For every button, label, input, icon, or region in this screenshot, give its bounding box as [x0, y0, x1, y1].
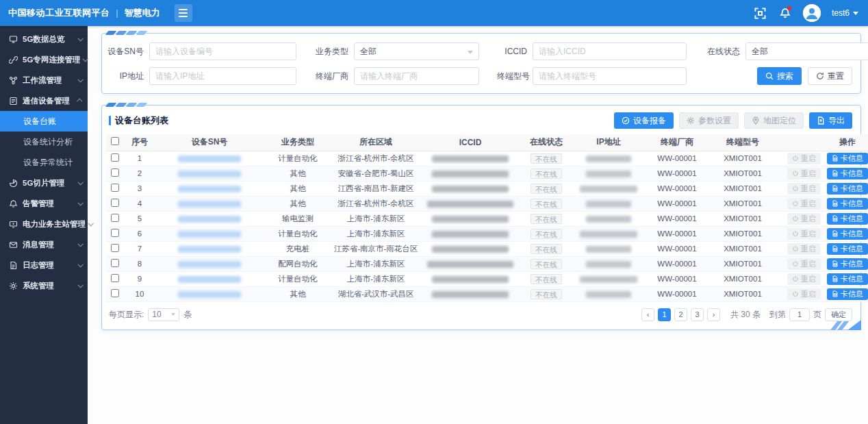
row-checkbox[interactable]: [111, 184, 119, 192]
ip-input[interactable]: [149, 67, 296, 85]
map-locate-button[interactable]: 地图定位: [744, 112, 804, 129]
restart-button[interactable]: 重启: [787, 213, 821, 225]
row-vendor: WW-00001: [646, 226, 709, 241]
row-checkbox[interactable]: [111, 169, 119, 177]
sidebar-item-power-master-station[interactable]: 电力业务主站管理: [0, 214, 88, 234]
status-badge: 不在线: [531, 244, 562, 254]
location-pin-icon: [752, 116, 760, 125]
next-page-button[interactable]: ›: [707, 308, 720, 321]
sidebar-item-5g-data-overview[interactable]: 5G数据总览: [0, 29, 88, 49]
card-info-button[interactable]: 卡信息: [827, 243, 868, 255]
card-info-button[interactable]: 卡信息: [827, 168, 868, 179]
sidebar-item-comm-device-mgmt[interactable]: 通信设备管理: [0, 90, 88, 111]
fullscreen-icon[interactable]: [754, 6, 767, 20]
sidebar-subitem-device-anomaly[interactable]: 设备异常统计: [0, 152, 88, 173]
power-icon: [792, 200, 799, 207]
export-button[interactable]: 导出: [809, 112, 852, 129]
row-business-type: 计量自动化: [264, 151, 332, 166]
restart-button[interactable]: 重启: [787, 183, 821, 195]
device-ledger-panel: 设备台账列表 设备报备 参数设置 地图定位: [101, 105, 861, 330]
search-button[interactable]: 搜索: [757, 67, 802, 85]
online-status-select[interactable]: 全部: [745, 42, 868, 60]
row-checkbox[interactable]: [111, 229, 119, 237]
main-content: 设备SN号 业务类型 全部 ICCID 在线状态: [88, 26, 868, 424]
page-button-2[interactable]: 2: [674, 308, 687, 321]
sidebar-item-alarm-mgmt[interactable]: 告警管理: [0, 193, 88, 214]
row-business-type: 输电监测: [264, 211, 332, 226]
row-checkbox[interactable]: [111, 289, 119, 297]
status-badge: 不在线: [531, 274, 562, 284]
row-index: 8: [124, 256, 155, 271]
row-index: 6: [124, 226, 155, 241]
row-checkbox[interactable]: [111, 214, 119, 222]
chevron-down-icon: [77, 241, 83, 247]
status-badge: 不在线: [531, 259, 562, 269]
restart-button[interactable]: 重启: [787, 168, 821, 179]
row-vendor: WW-00001: [646, 166, 709, 181]
sidebar-item-system-mgmt[interactable]: 系统管理: [0, 275, 88, 296]
restart-button[interactable]: 重启: [787, 273, 821, 285]
row-checkbox[interactable]: [111, 153, 119, 162]
sidebar-item-log-mgmt[interactable]: 日志管理: [0, 255, 88, 275]
goto-page-input[interactable]: [789, 308, 810, 321]
chevron-down-icon: [77, 36, 83, 41]
restart-button[interactable]: 重启: [787, 228, 821, 240]
card-info-button[interactable]: 卡信息: [827, 273, 868, 285]
model-input[interactable]: [533, 67, 687, 85]
sidebar-subitem-device-statistics[interactable]: 设备统计分析: [0, 132, 88, 152]
notifications-bell-icon[interactable]: [778, 6, 792, 20]
corner-stripes-bottom-right: [834, 320, 861, 330]
restart-button[interactable]: 重启: [787, 153, 821, 164]
row-model: XMIOT001: [709, 151, 777, 166]
device-sn-redacted: [178, 155, 241, 162]
card-info-button[interactable]: 卡信息: [827, 258, 868, 270]
iccid-input[interactable]: [533, 42, 687, 60]
restart-button[interactable]: 重启: [787, 198, 821, 210]
chevron-down-icon: [77, 282, 83, 288]
card-info-button[interactable]: 卡信息: [827, 213, 868, 225]
sidebar-subitem-device-ledger[interactable]: 设备台账: [0, 111, 88, 132]
user-menu[interactable]: test6: [832, 8, 858, 18]
table-row: 5 输电监测 上海市-浦东新区 不在线 WW-00001 XMIOT001 重启…: [106, 211, 868, 226]
reset-button[interactable]: 重置: [808, 67, 852, 85]
row-vendor: WW-00001: [646, 181, 709, 196]
row-checkbox[interactable]: [111, 259, 119, 267]
device-sn-redacted: [178, 231, 241, 238]
prev-page-button[interactable]: ‹: [641, 308, 654, 321]
select-all-checkbox[interactable]: [111, 137, 119, 145]
ip-redacted: [586, 171, 631, 177]
sidebar-item-5g-slice-mgmt[interactable]: 5G切片管理: [0, 173, 88, 193]
business-type-label: 业务类型: [314, 46, 354, 58]
card-info-button[interactable]: 卡信息: [827, 153, 868, 164]
page-button-1[interactable]: 1: [658, 308, 671, 321]
card-info-button[interactable]: 卡信息: [827, 183, 868, 195]
sidebar-item-5g-network-connect[interactable]: 5G专网连接管理: [0, 49, 88, 70]
row-checkbox[interactable]: [111, 274, 119, 282]
card-info-button[interactable]: 卡信息: [827, 198, 868, 210]
status-badge: 不在线: [531, 199, 562, 209]
restart-button[interactable]: 重启: [787, 243, 821, 255]
param-settings-button[interactable]: 参数设置: [679, 112, 739, 129]
business-type-select[interactable]: 全部: [354, 42, 479, 60]
card-info-button[interactable]: 卡信息: [827, 288, 868, 300]
card-info-button[interactable]: 卡信息: [827, 228, 868, 240]
device-sn-input[interactable]: [149, 42, 296, 60]
sim-card-icon: [832, 260, 839, 267]
restart-button[interactable]: 重启: [787, 258, 821, 270]
vendor-input[interactable]: [354, 67, 479, 85]
sidebar-item-message-mgmt[interactable]: 消息管理: [0, 234, 88, 255]
device-report-button[interactable]: 设备报备: [614, 112, 674, 129]
user-avatar[interactable]: [803, 4, 821, 22]
restart-button[interactable]: 重启: [787, 288, 821, 300]
page-size-select[interactable]: 10: [148, 308, 179, 321]
row-region: 江苏省-南京市-雨花台区: [332, 241, 420, 256]
row-business-type: 其他: [264, 166, 332, 181]
row-checkbox[interactable]: [111, 244, 119, 252]
row-vendor: WW-00001: [646, 241, 709, 256]
sidebar-item-workflow[interactable]: 工作流管理: [0, 70, 88, 90]
row-checkbox[interactable]: [111, 199, 119, 207]
page-button-3[interactable]: 3: [691, 308, 704, 321]
row-model: XMIOT001: [709, 271, 777, 286]
row-index: 5: [124, 211, 155, 226]
menu-toggle-button[interactable]: [175, 4, 192, 22]
